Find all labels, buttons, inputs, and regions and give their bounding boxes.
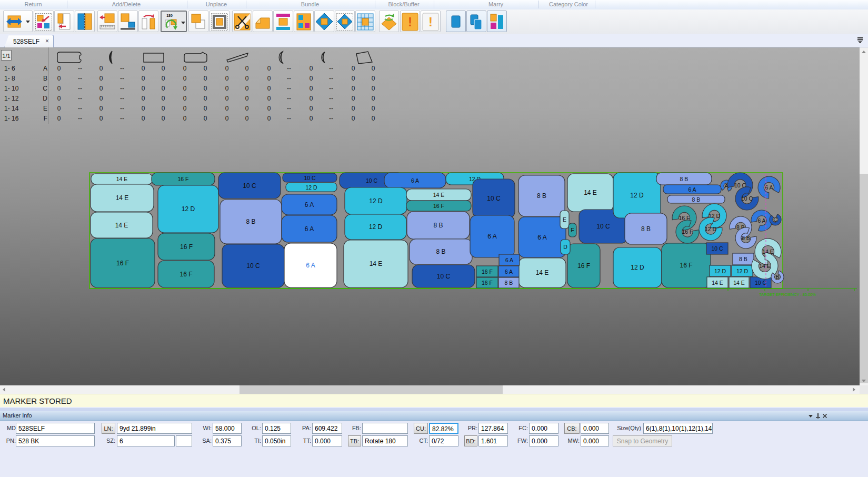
info-field-fb-[interactable] bbox=[362, 423, 408, 434]
marker-piece-6-a[interactable]: 6 A bbox=[284, 243, 337, 287]
marker-piece-6-a[interactable]: 6 A bbox=[663, 185, 721, 194]
marker-piece-12-d[interactable]: 12 D bbox=[613, 173, 661, 218]
marker-piece-6-a[interactable]: 6 A bbox=[282, 194, 337, 215]
marker-piece-6-a[interactable]: 6 A bbox=[518, 217, 566, 257]
marker-piece-10-c[interactable]: 10 C bbox=[218, 173, 281, 198]
unplace-piece-button[interactable] bbox=[54, 11, 74, 32]
info-field-ti-[interactable]: 0.050in bbox=[262, 435, 291, 446]
marker-piece-8-b[interactable]: 8 B bbox=[518, 175, 565, 216]
marker-piece-14-e[interactable]: 14 E bbox=[707, 277, 728, 288]
info-field-md[interactable]: 528SELF bbox=[16, 423, 95, 434]
drop-piece-button[interactable] bbox=[118, 11, 138, 32]
marker-piece-12-d[interactable]: 12 D bbox=[732, 265, 753, 276]
marker-piece-8-b[interactable]: 8 B bbox=[625, 213, 667, 244]
fold-piece-button[interactable] bbox=[253, 11, 273, 32]
info-field-fc-[interactable]: 0.000 bbox=[529, 423, 558, 434]
marry-diamond-button[interactable] bbox=[314, 11, 334, 32]
bundle-group-button[interactable] bbox=[294, 11, 314, 32]
marker-piece-14-e[interactable]: 14 E bbox=[518, 258, 566, 287]
marker-canvas[interactable]: 1/1 1- 6A0--0--0000000--0--001- 8B0--0--… bbox=[0, 47, 868, 385]
info-label-ln-[interactable]: LN: bbox=[102, 423, 115, 434]
info-field-sz-extra[interactable] bbox=[176, 435, 192, 446]
tab-528self[interactable]: 528SELF × bbox=[4, 35, 54, 47]
block-grid-button[interactable] bbox=[355, 11, 375, 32]
marker-piece-12-d[interactable]: 12 D bbox=[710, 265, 731, 276]
info-field-pr-[interactable]: 127.864 bbox=[478, 423, 508, 434]
marker-piece-6-a[interactable]: 6 A bbox=[384, 173, 446, 188]
fabric-splice-button[interactable] bbox=[75, 11, 95, 32]
marker-piece-d[interactable]: D bbox=[561, 240, 570, 254]
marker-piece-12-d[interactable]: 12 D bbox=[345, 214, 406, 240]
bundle-top-bottom-button[interactable] bbox=[273, 11, 293, 32]
cut-piece-button[interactable] bbox=[232, 11, 252, 32]
marker-piece-6-a[interactable]: 6 A bbox=[282, 215, 337, 242]
marker-piece-10-c[interactable]: 10 C bbox=[412, 265, 475, 287]
marker-piece-8-b[interactable]: 8 B bbox=[667, 195, 725, 203]
category-color-button[interactable] bbox=[487, 11, 507, 32]
info-field-sz-[interactable]: 6 bbox=[117, 435, 175, 446]
overlap-pieces-button[interactable] bbox=[188, 11, 208, 32]
info-field-sa-[interactable]: 0.375 bbox=[213, 435, 242, 446]
info-field-mw-[interactable]: 0.000 bbox=[581, 435, 609, 446]
marker-piece-12-d[interactable]: 12 D bbox=[345, 187, 407, 214]
panel-pin-icon[interactable] bbox=[815, 413, 821, 419]
marker-piece-8-b[interactable]: 8 B bbox=[220, 200, 282, 244]
unbuffer-piece-button[interactable] bbox=[379, 11, 399, 32]
marker-layout[interactable]: 14 E16 F14 E14 E16 F12 D16 F16 F10 C8 B1… bbox=[0, 47, 868, 385]
tab-list-menu-icon[interactable] bbox=[856, 37, 864, 43]
marker-piece-16-f[interactable]: 16 F bbox=[158, 261, 214, 287]
marker-piece-8-b[interactable]: 8 B bbox=[498, 277, 519, 288]
marker-piece-8-b[interactable]: 8 B bbox=[410, 239, 472, 264]
info-field-bd-[interactable]: 1.601 bbox=[478, 435, 508, 446]
info-field-pa-[interactable]: 609.422 bbox=[312, 423, 342, 434]
info-field-ol-[interactable]: 0.125 bbox=[262, 423, 291, 434]
info-label-bd-[interactable]: BD: bbox=[464, 435, 477, 446]
info-field-size-qty-[interactable]: 6(1),8(1),10(1),12(1),14(1),16(1 bbox=[643, 423, 713, 434]
marker-piece-14-e[interactable]: 14 E bbox=[91, 184, 154, 212]
horizontal-scroll-thumb[interactable] bbox=[240, 385, 503, 394]
info-field-fw-[interactable]: 0.000 bbox=[529, 435, 558, 446]
marker-piece-e[interactable]: E bbox=[560, 211, 569, 228]
marker-piece-14-e[interactable]: 14 E bbox=[344, 240, 408, 287]
marker-piece-16-f[interactable]: 16 F bbox=[567, 244, 600, 287]
panel-close-icon[interactable] bbox=[822, 413, 828, 419]
shift-piece-ruler-button[interactable] bbox=[97, 11, 117, 32]
vertical-scroll-thumb[interactable] bbox=[860, 174, 868, 383]
marker-piece-16-f[interactable]: 16 F bbox=[662, 243, 711, 287]
marker-piece-16-f[interactable]: 16 F bbox=[476, 277, 498, 288]
marker-piece-14-e[interactable]: 14 E bbox=[91, 212, 153, 238]
snap-to-geometry-button[interactable]: Snap to Geometry bbox=[613, 435, 672, 446]
marry-pair-button[interactable] bbox=[466, 11, 486, 32]
marker-piece-8-b[interactable]: 8 B bbox=[407, 212, 470, 239]
marker-piece-6-a[interactable]: 6 A bbox=[470, 215, 514, 257]
scroll-right-arrow-icon[interactable] bbox=[853, 387, 855, 392]
marker-piece-f[interactable]: F bbox=[568, 223, 576, 237]
marker-piece-16-f[interactable]: 16 F bbox=[476, 266, 498, 277]
marker-piece-16-f[interactable]: 16 F bbox=[406, 201, 471, 211]
marker-piece-14-e[interactable]: 14 E bbox=[567, 174, 613, 212]
scroll-up-arrow-icon[interactable] bbox=[862, 51, 866, 53]
panel-dropdown-icon[interactable] bbox=[807, 413, 814, 419]
marker-piece-8-b[interactable]: 8 B bbox=[656, 173, 712, 185]
info-field-cu-[interactable]: 82.82% bbox=[429, 423, 458, 434]
marker-piece-8-b[interactable]: 8 B bbox=[733, 253, 754, 265]
horizontal-scrollbar[interactable] bbox=[0, 385, 860, 394]
info-label-cb-[interactable]: CB: bbox=[564, 423, 580, 434]
marker-piece-12-d[interactable]: 12 D bbox=[286, 183, 337, 192]
info-field-ln-[interactable]: 9yd 21.899in bbox=[117, 423, 192, 434]
tab-close-icon[interactable]: × bbox=[45, 37, 49, 45]
overlap-warning-on-button[interactable]: ! bbox=[400, 11, 420, 32]
add-delete-pieces-button[interactable] bbox=[34, 11, 54, 32]
marker-piece-12-d[interactable]: 12 D bbox=[158, 185, 218, 233]
info-field-cb-[interactable]: 0.000 bbox=[581, 423, 609, 434]
marker-piece-14-e[interactable]: 14 E bbox=[729, 277, 749, 288]
marker-piece-10-c[interactable]: 10 C bbox=[283, 173, 337, 182]
overlap-warning-off-button[interactable]: ! bbox=[421, 11, 441, 32]
pan-horizontal-button[interactable] bbox=[3, 11, 33, 32]
marker-piece-14-e[interactable]: 14 E bbox=[406, 189, 471, 201]
marker-piece-10-c[interactable]: 10 C bbox=[222, 244, 284, 287]
info-field-wi-[interactable]: 58.000 bbox=[213, 423, 242, 434]
scroll-left-arrow-icon[interactable] bbox=[3, 387, 5, 392]
marker-piece-6-a[interactable]: 6 A bbox=[498, 266, 519, 277]
info-label-cu-[interactable]: CU: bbox=[414, 423, 428, 434]
